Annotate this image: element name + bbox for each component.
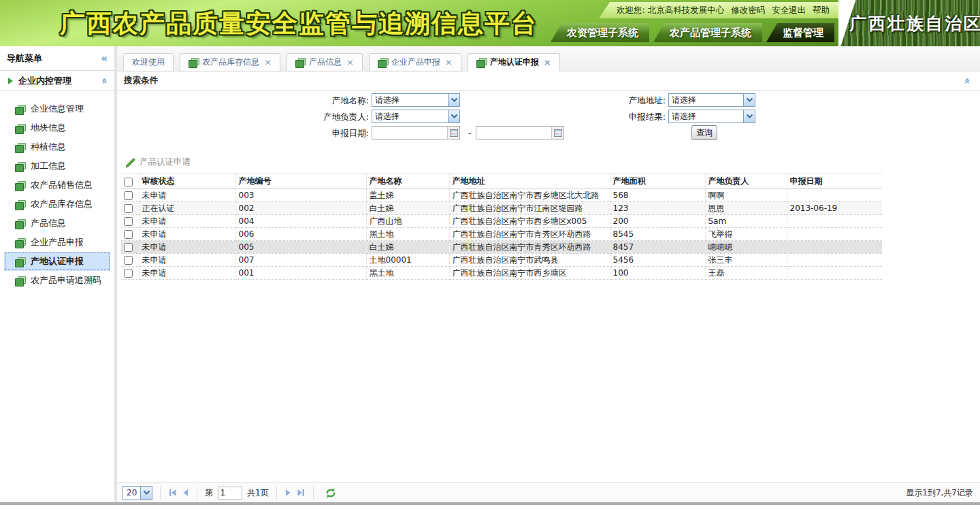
- row-checkbox[interactable]: [124, 243, 133, 252]
- last-page-icon[interactable]: [297, 489, 306, 497]
- page-number-input[interactable]: [218, 487, 242, 500]
- subsystem-tab-agri-materials[interactable]: 农资管理子系统: [551, 23, 649, 42]
- subsystem-tab-agri-products[interactable]: 农产品管理子系统: [653, 23, 762, 42]
- table-row[interactable]: 未申请 004 广西山地 广西壮族自治区南宁市西乡塘区x005 200 Sam: [121, 215, 882, 228]
- table-row[interactable]: 未申请 005 白土娣 广西壮族自治区南宁市青秀区环葫西路 8457 嗯嗯嗯: [121, 241, 882, 254]
- subsystem-tab-label: 农资管理子系统: [567, 27, 638, 39]
- sidebar-item-inventory-info[interactable]: 农产品库存信息: [0, 195, 114, 214]
- row-checkbox[interactable]: [124, 256, 133, 265]
- tab-label: 产品信息: [309, 56, 342, 68]
- cell-manager: 恩恩: [705, 202, 787, 215]
- search-collapse-icon[interactable]: «: [962, 78, 973, 84]
- subsystem-tab-supervision[interactable]: 监督管理: [766, 23, 834, 42]
- subsystem-tab-label: 农产品管理子系统: [670, 27, 751, 39]
- cell-area: 568: [610, 189, 705, 202]
- cell-name: 盖土娣: [366, 189, 449, 202]
- table-row[interactable]: 未申请 001 黑土地 广西壮族自治区南宁市西乡塘区 100 王磊: [121, 267, 882, 280]
- sidebar-item-origin-cert-declare[interactable]: 产地认证申报: [4, 252, 110, 271]
- cell-status: 未申请: [139, 189, 235, 202]
- date-from-field: [372, 126, 460, 140]
- cell-address: 广西壮族自治区南宁市青秀区环葫西路: [449, 228, 610, 241]
- cell-name: 广西山地: [366, 215, 449, 228]
- refresh-icon[interactable]: [325, 488, 336, 498]
- tab-origin-cert-declare[interactable]: 产地认证申报 ×: [468, 53, 560, 71]
- chevron-down-icon[interactable]: [743, 94, 755, 106]
- table-row[interactable]: 未申请 003 盖土娣 广西壮族自治区南宁市西乡塘区北大北路 568 啊啊: [121, 189, 882, 202]
- row-checkbox[interactable]: [124, 217, 133, 226]
- main-panel: 欢迎使用 农产品库存信息 × 产品信息 × 企业产品申报 × 产地认证申报 ×: [117, 46, 980, 502]
- welcome-text: 欢迎您: 北京高科技发展中心: [617, 5, 724, 16]
- table-row[interactable]: 未申请 007 土地00001 广西壮族自治区南宁市武鸣县 5456 张三丰: [121, 254, 882, 267]
- sidebar-item-product-info[interactable]: 产品信息: [0, 214, 114, 233]
- row-checkbox[interactable]: [124, 230, 133, 239]
- close-icon[interactable]: ×: [264, 57, 272, 67]
- row-checkbox[interactable]: [124, 204, 133, 213]
- date-from-input[interactable]: [372, 127, 447, 138]
- sidebar-item-label: 农产品销售信息: [31, 179, 93, 191]
- status-number: 7: [936, 488, 941, 497]
- change-password-link[interactable]: 修改密码: [731, 5, 765, 16]
- sidebar-item-sales-info[interactable]: 农产品销售信息: [0, 176, 114, 195]
- declare-result-select[interactable]: 请选择: [668, 110, 755, 123]
- section-collapse-icon[interactable]: «: [99, 78, 110, 84]
- divider: [197, 486, 197, 500]
- close-icon[interactable]: ×: [544, 57, 551, 67]
- chevron-down-icon[interactable]: [743, 110, 755, 122]
- sidebar-item-product-declare[interactable]: 企业产品申报: [0, 233, 114, 252]
- cell-area: 8457: [610, 241, 705, 254]
- row-checkbox[interactable]: [124, 269, 133, 278]
- origin-address-select[interactable]: 请选择: [668, 93, 755, 107]
- cell-address: 广西壮族自治区南宁市西乡塘区: [449, 267, 610, 280]
- chevron-down-icon[interactable]: [448, 94, 459, 106]
- record-count-status: 显示1到7,共7记录: [906, 487, 973, 499]
- chevron-down-icon[interactable]: [448, 110, 459, 122]
- chevron-down-icon[interactable]: [140, 487, 152, 500]
- col-status: 审核状态: [139, 174, 235, 189]
- cell-manager: 嗯嗯嗯: [705, 241, 787, 254]
- sidebar-item-trace-code[interactable]: 农产品申请追溯码: [0, 271, 114, 290]
- col-address: 产地地址: [449, 174, 610, 189]
- tab-inventory-info[interactable]: 农产品库存信息 ×: [180, 53, 280, 71]
- folder-icon: [15, 219, 25, 228]
- select-value: 请选择: [669, 111, 743, 122]
- page-size-select[interactable]: 20: [122, 486, 152, 500]
- tab-product-info[interactable]: 产品信息 ×: [287, 53, 363, 71]
- calendar-icon[interactable]: [447, 127, 459, 139]
- cell-name: 黑土地: [366, 267, 449, 280]
- cell-date: [787, 241, 882, 254]
- sidebar-item-enterprise-info[interactable]: 企业信息管理: [0, 99, 114, 118]
- origin-name-select[interactable]: 请选择: [372, 93, 460, 107]
- cell-address: 广西壮族自治区南宁市西乡塘区北大北路: [449, 189, 610, 202]
- folder-icon: [15, 181, 25, 190]
- sidebar-item-land-info[interactable]: 地块信息: [0, 118, 114, 137]
- help-link[interactable]: 帮助: [813, 5, 830, 16]
- cell-name: 白土娣: [366, 202, 449, 215]
- tab-welcome[interactable]: 欢迎使用: [123, 53, 174, 71]
- calendar-icon[interactable]: [551, 127, 564, 139]
- query-button[interactable]: 查询: [691, 125, 717, 140]
- sidebar-section-enterprise-control[interactable]: 企业内控管理 «: [0, 71, 114, 91]
- folder-icon: [189, 58, 199, 67]
- sidebar-collapse-icon[interactable]: «: [101, 52, 108, 65]
- close-icon[interactable]: ×: [445, 57, 453, 67]
- select-all-checkbox[interactable]: [124, 178, 133, 186]
- certification-apply-action[interactable]: 产品认证申请: [140, 157, 191, 168]
- tab-product-declare[interactable]: 企业产品申报 ×: [369, 53, 461, 71]
- close-icon[interactable]: ×: [346, 57, 354, 67]
- cell-manager: 张三丰: [705, 254, 787, 267]
- origin-manager-select[interactable]: 请选择: [372, 110, 460, 123]
- logout-link[interactable]: 安全退出: [772, 5, 806, 16]
- date-to-input[interactable]: [476, 127, 551, 138]
- table-toolbar: 产品认证申请: [117, 150, 980, 171]
- tab-label: 农产品库存信息: [202, 56, 259, 68]
- col-manager: 产地负责人: [705, 174, 787, 189]
- next-page-icon[interactable]: [284, 489, 292, 497]
- prev-page-icon[interactable]: [182, 489, 189, 497]
- first-page-icon[interactable]: [168, 489, 177, 497]
- row-checkbox[interactable]: [124, 191, 133, 200]
- folder-icon: [476, 58, 487, 67]
- table-row[interactable]: 正在认证 002 白土娣 广西壮族自治区南宁市江南区堤园路 123 恩恩 201…: [121, 202, 882, 215]
- sidebar-item-planting-info[interactable]: 种植信息: [0, 137, 114, 157]
- sidebar-item-processing-info[interactable]: 加工信息: [0, 157, 114, 176]
- table-row[interactable]: 未申请 006 黑土地 广西壮族自治区南宁市青秀区环葫西路 8545 飞举得: [121, 228, 882, 241]
